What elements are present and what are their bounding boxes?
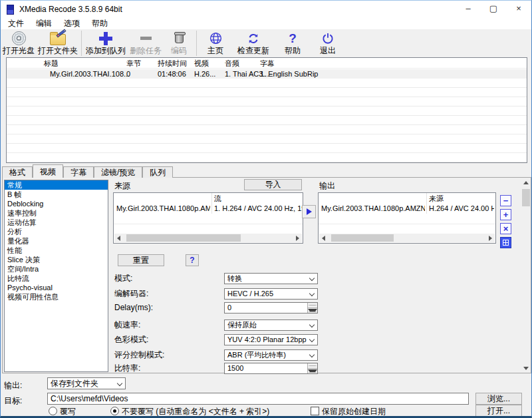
- sidebar-item-quantizer[interactable]: 量化器: [5, 236, 108, 246]
- file-list-header: 标题 章节 持续时间 视频 音频 字幕: [7, 58, 527, 69]
- table-row[interactable]: My.Girl.2003.THAI.108... 0 01:48:06 H.26…: [7, 69, 527, 79]
- scroll-up-icon[interactable]: [523, 181, 529, 184]
- output-hscrollbar[interactable]: [319, 234, 495, 242]
- sidebar-item-bitstream[interactable]: 比特流: [5, 274, 108, 283]
- open-disc-button[interactable]: 打开光盘: [1, 31, 37, 57]
- check-update-button[interactable]: 检查更新: [232, 31, 275, 57]
- keep-date-checkbox[interactable]: [311, 407, 319, 415]
- framerate-value: 保持原始: [227, 321, 257, 329]
- exit-button[interactable]: 退出: [311, 31, 345, 57]
- minimize-icon[interactable]: –: [456, 1, 481, 18]
- overwrite-radio[interactable]: [49, 407, 57, 415]
- delete-task-button[interactable]: 删除任务: [128, 31, 164, 57]
- scroll-left-icon[interactable]: [117, 236, 120, 241]
- toolbar-separator: [81, 31, 82, 56]
- sidebar-item-slice-decision[interactable]: Slice 决策: [5, 255, 108, 264]
- colormode-select[interactable]: YUV 4:2:0 Planar 12bpp: [224, 334, 318, 345]
- sidebar-item-motion-est[interactable]: 运动估算: [5, 218, 108, 227]
- spin-down-icon[interactable]: [308, 369, 317, 373]
- scroll-right-icon[interactable]: [296, 236, 299, 241]
- menu-options[interactable]: 选项: [58, 18, 86, 29]
- scroll-thumb[interactable]: [522, 189, 530, 206]
- chevron-down-icon: [309, 352, 315, 357]
- bottom-panel: 输出: 保存到文件夹 目标: 浏览... 覆写 不要覆写 (自动重命名为 <文件…: [1, 373, 531, 417]
- close-icon[interactable]: ×: [506, 1, 531, 18]
- scroll-right-icon[interactable]: [489, 236, 492, 241]
- source-gridlines: [114, 214, 303, 234]
- remove-stream-button[interactable]: −: [500, 195, 511, 206]
- codec-help-button[interactable]: ?: [186, 254, 199, 266]
- content-vscrollbar[interactable]: [521, 178, 531, 373]
- add-stream-button[interactable]: +: [500, 209, 511, 220]
- scroll-thumb[interactable]: [126, 234, 241, 242]
- col-duration[interactable]: 持续时间: [158, 59, 187, 69]
- col-chapter[interactable]: 章节: [126, 59, 141, 69]
- add-to-queue-button[interactable]: 添加到队列: [84, 31, 128, 57]
- spin-up-icon[interactable]: [308, 363, 317, 369]
- chevron-down-icon: [309, 322, 315, 327]
- tab-queue[interactable]: 队列: [142, 166, 173, 178]
- tab-format[interactable]: 格式: [2, 166, 33, 178]
- sidebar-item-video-usability[interactable]: 视频可用性信息: [5, 292, 108, 302]
- home-button[interactable]: 主页: [199, 31, 232, 57]
- title-bar: XMedia Recode 3.5.8.9 64bit – ▢ ×: [1, 1, 531, 18]
- output-mode-select[interactable]: 保存到文件夹: [47, 377, 126, 389]
- col-subtitle[interactable]: 字幕: [260, 59, 275, 69]
- codec-select[interactable]: HEVC / H.265: [224, 288, 318, 300]
- no-overwrite-label[interactable]: 不要覆写 (自动重命名为 <文件名 + 索引>): [122, 407, 269, 416]
- grid-icon: [503, 240, 509, 246]
- spin-down-icon[interactable]: [308, 308, 317, 313]
- output-stream-cell[interactable]: H.264 / AVC 24.00 Hz, 192: [429, 204, 494, 212]
- sidebar-item-performance[interactable]: 性能: [5, 246, 108, 255]
- reset-button[interactable]: 重置: [118, 254, 164, 266]
- source-file-cell[interactable]: My.Girl.2003.THAI.1080p.AMZN....: [116, 204, 210, 212]
- scroll-left-icon[interactable]: [322, 236, 325, 241]
- sidebar-item-rate-control[interactable]: 速率控制: [5, 208, 108, 218]
- tab-subtitle[interactable]: 字幕: [63, 166, 94, 178]
- stream-grid-toggle[interactable]: [500, 237, 511, 248]
- sidebar-item-analysis[interactable]: 分析: [5, 227, 108, 236]
- spin-up-icon[interactable]: [308, 303, 317, 308]
- power-icon: [321, 31, 334, 46]
- target-path-input[interactable]: [47, 393, 469, 405]
- maximize-icon[interactable]: ▢: [481, 1, 506, 18]
- transfer-stream-button[interactable]: [302, 205, 316, 218]
- video-settings-list: 常规 B 帧 Deblocking 速率控制 运动估算 分析 量化器 性能 Sl…: [4, 180, 108, 372]
- toolbar: 打开光盘 打开文件夹 添加到队列 删除任务 编码 主页: [1, 29, 531, 57]
- source-stream-cell[interactable]: 1. H.264 / AVC 24.00 Hz, 1920: [214, 204, 302, 212]
- bitrate-spinner[interactable]: 1500: [224, 363, 318, 374]
- help-button[interactable]: ? 帮助: [275, 31, 311, 57]
- scroll-down-icon[interactable]: [523, 367, 529, 370]
- import-button[interactable]: 导入: [244, 179, 302, 190]
- browse-button[interactable]: 浏览...: [475, 393, 522, 405]
- app-window: XMedia Recode 3.5.8.9 64bit – ▢ × 文件 编辑 …: [0, 0, 532, 418]
- sidebar-item-deblocking[interactable]: Deblocking: [5, 199, 108, 208]
- col-audio[interactable]: 音频: [225, 59, 239, 69]
- sidebar-item-psycho-visual[interactable]: Psycho-visual: [5, 283, 108, 292]
- encode-button[interactable]: 编码: [164, 31, 194, 57]
- sidebar-item-bframes[interactable]: B 帧: [5, 190, 108, 199]
- tab-filter-preview[interactable]: 滤镜/预览: [94, 166, 142, 178]
- source-hscrollbar[interactable]: [114, 234, 302, 242]
- mode-select[interactable]: 转换: [224, 273, 318, 284]
- delete-stream-button[interactable]: ×: [500, 223, 511, 234]
- menu-file[interactable]: 文件: [2, 18, 30, 29]
- tab-video[interactable]: 视频: [33, 164, 63, 178]
- col-video[interactable]: 视频: [194, 59, 209, 69]
- framerate-select[interactable]: 保持原始: [224, 319, 318, 331]
- menu-edit[interactable]: 编辑: [30, 18, 58, 29]
- chevron-down-icon: [309, 291, 315, 296]
- scroll-thumb[interactable]: [331, 234, 394, 242]
- open-folder-button[interactable]: 打开文件夹: [37, 31, 79, 57]
- output-file-cell[interactable]: My.Girl.2003.THAI.1080p.AMZN.WE...: [321, 204, 425, 212]
- open-button[interactable]: 打开...: [475, 405, 522, 417]
- delay-spinner[interactable]: 0: [224, 302, 318, 314]
- ratecontrol-select[interactable]: ABR (平均比特率): [224, 349, 318, 361]
- overwrite-label[interactable]: 覆写: [60, 407, 76, 416]
- keep-date-label[interactable]: 保留原始创建日期: [322, 407, 386, 416]
- sidebar-item-general[interactable]: 常规: [5, 180, 108, 190]
- sidebar-item-spatial-intra[interactable]: 空间/Intra: [5, 264, 108, 274]
- col-title[interactable]: 标题: [44, 59, 59, 69]
- menu-help[interactable]: 帮助: [86, 18, 114, 29]
- no-overwrite-radio[interactable]: [110, 407, 119, 415]
